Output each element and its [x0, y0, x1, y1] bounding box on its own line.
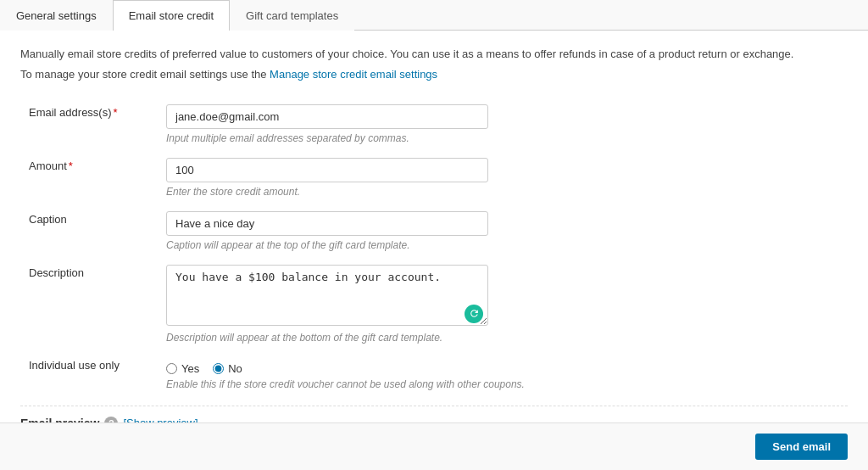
- description-field-cell: You have a $100 balance in your account.…: [156, 258, 848, 350]
- intro-line1: Manually email store credits of preferre…: [20, 46, 848, 63]
- amount-label: Amount: [29, 159, 67, 172]
- send-email-button[interactable]: Send email: [755, 434, 848, 460]
- email-preview-header: Email preview ? [Show preview]: [20, 417, 848, 423]
- email-row: Email address(s)* Input multiple email a…: [20, 98, 848, 151]
- manage-store-credit-link[interactable]: Manage store credit email settings: [270, 68, 437, 81]
- individual-use-label: Individual use only: [29, 359, 120, 372]
- email-label-cell: Email address(s)*: [20, 98, 156, 151]
- amount-hint: Enter the store credit amount.: [166, 186, 839, 198]
- individual-use-row: Individual use only Yes No Enable this i: [20, 350, 848, 397]
- tab-email-store-credit[interactable]: Email store credit: [113, 0, 230, 31]
- caption-hint: Caption will appear at the top of the gi…: [166, 239, 839, 251]
- amount-label-cell: Amount*: [20, 151, 156, 204]
- radio-yes-input[interactable]: [166, 363, 177, 374]
- email-required-star: *: [114, 106, 118, 119]
- individual-use-hint: Enable this if the store credit voucher …: [166, 378, 839, 390]
- individual-use-field-cell: Yes No Enable this if the store credit v…: [156, 350, 848, 397]
- radio-no-input[interactable]: [213, 363, 224, 374]
- tab-gift-card-templates[interactable]: Gift card templates: [230, 0, 354, 31]
- email-field-cell: Input multiple email addresses separated…: [156, 98, 848, 151]
- caption-label-cell: Caption: [20, 204, 156, 258]
- amount-required-star: *: [69, 159, 73, 172]
- email-input[interactable]: [166, 104, 488, 129]
- email-preview-section: Email preview ? [Show preview]: [20, 406, 848, 423]
- amount-field-cell: Enter the store credit amount.: [156, 151, 848, 204]
- main-content: Manually email store credits of preferre…: [0, 31, 868, 422]
- description-row: Description You have a $100 balance in y…: [20, 258, 848, 350]
- footer: Send email: [0, 422, 868, 470]
- show-preview-link[interactable]: [Show preview]: [123, 417, 198, 422]
- description-label: Description: [29, 266, 84, 279]
- amount-row: Amount* Enter the store credit amount.: [20, 151, 848, 204]
- caption-input[interactable]: [166, 211, 488, 236]
- intro-line2: To manage your store credit email settin…: [20, 68, 266, 81]
- manage-link-row: To manage your store credit email settin…: [20, 68, 848, 81]
- tab-general-settings[interactable]: General settings: [0, 0, 113, 31]
- refresh-svg: [469, 308, 480, 319]
- help-icon[interactable]: ?: [104, 417, 118, 423]
- refresh-icon[interactable]: [465, 305, 483, 323]
- description-textarea-wrapper: You have a $100 balance in your account.: [166, 265, 488, 328]
- radio-no-label: No: [228, 362, 242, 375]
- form-table: Email address(s)* Input multiple email a…: [20, 98, 848, 397]
- caption-field-cell: Caption will appear at the top of the gi…: [156, 204, 848, 258]
- individual-use-label-cell: Individual use only: [20, 350, 156, 397]
- caption-row: Caption Caption will appear at the top o…: [20, 204, 848, 258]
- description-hint: Description will appear at the bottom of…: [166, 332, 839, 344]
- email-label: Email address(s): [29, 106, 112, 119]
- email-hint: Input multiple email addresses separated…: [166, 132, 839, 144]
- description-label-cell: Description: [20, 258, 156, 350]
- amount-input[interactable]: [166, 158, 488, 182]
- radio-no-option[interactable]: No: [213, 362, 242, 375]
- radio-yes-label: Yes: [181, 362, 199, 375]
- description-textarea[interactable]: You have a $100 balance in your account.: [166, 265, 488, 326]
- radio-yes-option[interactable]: Yes: [166, 362, 199, 375]
- caption-label: Caption: [29, 213, 67, 226]
- email-preview-title: Email preview: [20, 417, 99, 423]
- tabs-bar: General settings Email store credit Gift…: [0, 0, 868, 31]
- individual-use-radio-group: Yes No: [166, 357, 839, 375]
